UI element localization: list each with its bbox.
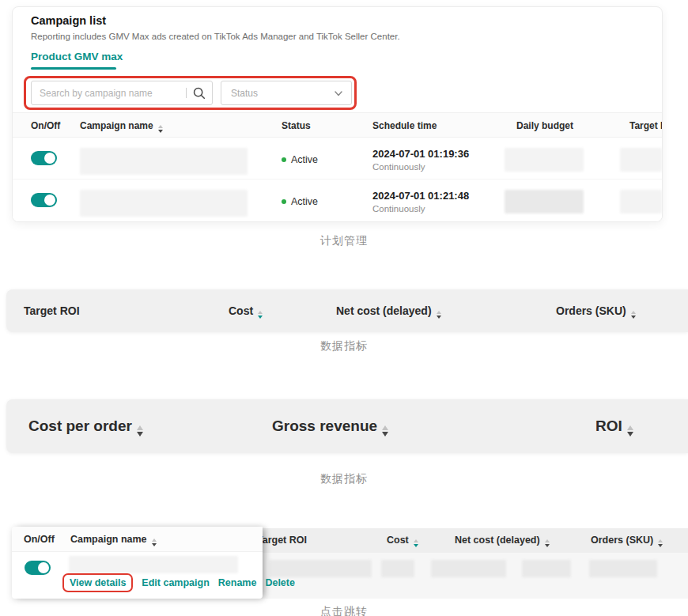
edit-campaign-link[interactable]: Edit campaign bbox=[142, 577, 209, 588]
column-daily-budget: Daily budget bbox=[516, 113, 573, 138]
column-orders-sku[interactable]: Orders (SKU) bbox=[591, 528, 663, 553]
schedule-start-time: 2024-07-01 01:19:36 bbox=[372, 148, 469, 160]
redacted-value bbox=[589, 560, 657, 577]
redacted-campaign-name bbox=[80, 190, 248, 217]
caption-click-through: 点击跳转 bbox=[0, 605, 688, 616]
status-active-dot bbox=[282, 157, 286, 162]
search-input-divider bbox=[186, 88, 187, 98]
redacted-value bbox=[269, 560, 372, 577]
sort-icon bbox=[437, 311, 441, 319]
actions-table-background: Target ROI Cost Net cost (delayed) Order… bbox=[261, 528, 688, 599]
sort-icon-descending bbox=[258, 311, 263, 319]
column-target-roi: Target ROI bbox=[24, 289, 80, 332]
background-table-header: Target ROI Cost Net cost (delayed) Order… bbox=[261, 528, 688, 553]
column-gross-revenue[interactable]: Gross revenue bbox=[272, 399, 388, 453]
chevron-down-icon bbox=[334, 89, 343, 98]
column-target-roi: Target ROI bbox=[629, 113, 663, 138]
schedule-mode: Continuously bbox=[372, 162, 425, 172]
campaign-toggle[interactable] bbox=[31, 151, 57, 165]
tab-active-underline bbox=[31, 67, 116, 70]
caption-plan-management: 计划管理 bbox=[0, 234, 688, 248]
sort-icon bbox=[382, 425, 388, 436]
caption-metrics-2: 数据指标 bbox=[0, 472, 688, 486]
rename-link[interactable]: Rename bbox=[218, 577, 257, 588]
column-net-cost[interactable]: Net cost (delayed) bbox=[455, 528, 550, 553]
redacted-daily-budget bbox=[505, 148, 584, 172]
column-cost[interactable]: Cost bbox=[229, 289, 263, 332]
search-input[interactable]: Search by campaign name bbox=[31, 81, 213, 105]
view-details-link[interactable]: View details bbox=[62, 573, 133, 592]
sort-icon bbox=[545, 539, 550, 547]
redacted-target-roi bbox=[620, 190, 662, 214]
delete-link[interactable]: Delete bbox=[265, 577, 295, 588]
campaign-list-card: Campaign list Reporting includes GMV Max… bbox=[12, 6, 663, 222]
column-schedule-time: Schedule time bbox=[372, 113, 437, 138]
table-row: Active 2024-07-01 01:21:48 Continuously bbox=[13, 180, 662, 221]
column-target-roi: Target ROI bbox=[257, 528, 307, 553]
sort-icon bbox=[152, 539, 157, 546]
sort-icon bbox=[631, 311, 636, 319]
overlay-table-header: On/Off Campaign name bbox=[12, 527, 263, 552]
table-row: Active 2024-07-01 01:19:36 Continuously bbox=[13, 138, 662, 180]
caption-metrics-1: 数据指标 bbox=[0, 339, 688, 353]
column-on-off: On/Off bbox=[31, 113, 60, 138]
sort-icon bbox=[627, 425, 633, 436]
sort-icon-descending bbox=[414, 539, 418, 547]
search-icon[interactable] bbox=[192, 86, 206, 100]
metrics-header-strip-2: Cost per order Gross revenue ROI bbox=[6, 399, 688, 453]
row-actions: View details Edit campaign Rename Delete bbox=[62, 576, 295, 590]
status-text: Active bbox=[291, 196, 318, 207]
column-cost[interactable]: Cost bbox=[387, 528, 418, 553]
status-text: Active bbox=[291, 154, 318, 165]
column-cost-per-order[interactable]: Cost per order bbox=[28, 399, 143, 453]
page-title: Campaign list bbox=[31, 14, 106, 27]
redacted-daily-budget bbox=[505, 190, 584, 214]
schedule-start-time: 2024-07-01 01:21:48 bbox=[372, 190, 469, 202]
search-placeholder: Search by campaign name bbox=[40, 88, 186, 99]
sort-icon bbox=[137, 425, 143, 436]
redacted-value bbox=[431, 560, 506, 577]
tab-product-gmv-max[interactable]: Product GMV max bbox=[31, 51, 123, 62]
column-orders-sku[interactable]: Orders (SKU) bbox=[556, 289, 636, 332]
campaign-table-header: On/Off Campaign name Status Schedule tim… bbox=[13, 112, 662, 138]
redacted-campaign-name bbox=[69, 556, 238, 573]
campaign-toggle[interactable] bbox=[25, 561, 51, 575]
column-net-cost[interactable]: Net cost (delayed) bbox=[336, 289, 441, 332]
redacted-campaign-name bbox=[80, 148, 248, 175]
column-status: Status bbox=[282, 113, 311, 138]
column-on-off: On/Off bbox=[24, 527, 55, 552]
metrics-header-strip-1: Target ROI Cost Net cost (delayed) Order… bbox=[6, 289, 688, 332]
redacted-value bbox=[381, 560, 414, 577]
campaign-toggle[interactable] bbox=[31, 193, 57, 207]
column-campaign-name[interactable]: Campaign name bbox=[80, 113, 163, 138]
status-filter-label: Status bbox=[231, 88, 258, 99]
schedule-mode: Continuously bbox=[372, 204, 425, 214]
column-campaign-name[interactable]: Campaign name bbox=[70, 527, 157, 552]
table-row bbox=[261, 553, 688, 599]
status-filter-select[interactable]: Status bbox=[221, 81, 352, 105]
sort-icon bbox=[158, 125, 163, 133]
sort-icon bbox=[658, 539, 663, 547]
redacted-value bbox=[522, 560, 571, 577]
column-roi[interactable]: ROI bbox=[595, 399, 633, 453]
page-subtitle: Reporting includes GMV Max ads created o… bbox=[31, 32, 400, 41]
actions-table-overlay: On/Off Campaign name View details Edit c… bbox=[12, 527, 263, 599]
redacted-target-roi bbox=[620, 148, 662, 172]
status-active-dot bbox=[282, 199, 286, 204]
